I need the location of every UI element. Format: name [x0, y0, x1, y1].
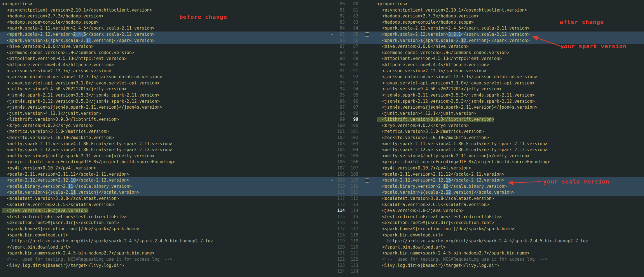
right-pane-line[interactable]: <json4s.spark-2.12.version>3.5.3</json4s… [372, 99, 644, 105]
right-pane-line[interactable] [372, 269, 644, 275]
left-pane-line[interactable]: <scala.version>${scala-2.11.version}</sc… [0, 189, 328, 196]
right-pane-line[interactable]: <spark.bin.name>spark-2.4.5-bin-hadoop2.… [372, 250, 644, 256]
right-pane-line[interactable]: <httpcore.version>4.4.4</httpcore.versio… [372, 62, 644, 68]
left-pane-line[interactable]: <jetty.version>9.4.50.v20221201</jetty.v… [0, 86, 328, 92]
left-pane-line[interactable]: <mockito.version>1.10.19</mockito.versio… [0, 135, 328, 141]
code-text: <!-- used for testing, NCSARequestLog us… [377, 257, 547, 262]
right-pane-line[interactable]: <scalatra.version>2.6.5</scalatra.versio… [372, 202, 644, 208]
right-pane-line[interactable]: <jetty.version>9.4.50.v20221201</jetty.v… [372, 86, 644, 92]
right-pane-line[interactable]: <py4j.version>0.10.7</py4j.version> [372, 165, 644, 171]
left-pane-line[interactable]: <execution.root>${user.dir}</execution.r… [0, 220, 328, 226]
left-pane-line[interactable]: <json4s.spark-2.11.version>3.5.3</json4s… [0, 92, 328, 99]
right-pane-line[interactable]: <scala.version>${scala-2.12.version}</sc… [372, 189, 644, 196]
hunk-chevron-icon[interactable]: » [328, 32, 335, 38]
left-pane-line[interactable]: <py4j.version>0.10.7</py4j.version> [0, 165, 328, 171]
left-pane-line[interactable]: <kryo.version>4.0.2</kryo.version> [0, 123, 328, 129]
left-pane-line[interactable]: <netty.spark-2.12.version>4.1.86.Final</… [0, 147, 328, 153]
left-pane-line[interactable]: <jackson.version>2.12.7</jackson.version… [0, 68, 328, 74]
right-pane-line[interactable]: <httpclient.version>4.5.13</httpclient.v… [372, 56, 644, 62]
left-pane-line[interactable] [0, 269, 328, 275]
right-pane-line[interactable]: <scalatest.version>3.0.8</scalatest.vers… [372, 196, 644, 202]
left-pane-line[interactable]: <spark.bin.name>spark-2.4.5-bin-hadoop2.… [0, 250, 328, 256]
left-pane-line[interactable]: <libthrift.version>0.9.3</libthrift.vers… [0, 117, 328, 123]
apply-change-checkbox[interactable]: ✓ [365, 178, 369, 183]
right-pane-line[interactable]: <asynchttpclient.version>2.10.1</asyncht… [372, 7, 644, 14]
left-pane-line[interactable]: <properties> [0, 1, 328, 7]
left-pane-line[interactable]: <hadoop.version>2.7.3</hadoop.version> [0, 13, 328, 19]
left-pane-line[interactable]: <json4s.version>${json4s.spark-2.11.vers… [0, 104, 328, 111]
left-pane-line[interactable]: <scala-2.11.version>2.11.12</scala-2.11.… [0, 171, 328, 178]
right-pane-line[interactable]: <livy.log.dir>${basedir}/target</livy.lo… [372, 263, 644, 269]
code-text: <scalatra.version>2.6.5</scalatra.versio… [2, 202, 114, 207]
right-pane-line[interactable]: <!-- used for testing, NCSARequestLog us… [372, 256, 644, 263]
left-pane-line[interactable]: <spark.scala-2.11.version>2.4.5</spark.s… [0, 25, 328, 32]
right-pane-line[interactable]: <spark.home>${execution.root}/dev/spark<… [372, 226, 644, 232]
diff-gutter: »8585✓ [328, 32, 372, 38]
right-pane-line[interactable]: <mockito.version>1.10.19</mockito.versio… [372, 135, 644, 141]
right-pane-line[interactable]: <scala-2.11.version>2.11.12</scala-2.11.… [372, 171, 644, 178]
hunk-chevron-icon [328, 38, 335, 44]
left-pane-line[interactable]: <scalatest.version>3.0.8</scalatest.vers… [0, 196, 328, 202]
apply-change-checkbox[interactable]: ✓ [365, 32, 369, 37]
left-line-number: 114 [335, 208, 345, 214]
right-pane-line[interactable]: <junit.version>4.13.1</junit.version> [372, 111, 644, 117]
right-pane-line[interactable]: <netty.spark-2.12.version>4.1.86.Final</… [372, 147, 644, 153]
left-pane-line[interactable]: <hive.version>3.0.0</hive.version> [0, 44, 328, 50]
right-pane-line[interactable]: <libthrift.version>0.9.3</libthrift.vers… [372, 117, 644, 123]
right-line-number: 85 [345, 32, 362, 38]
left-pane-line[interactable]: <json4s.spark-2.12.version>3.5.3</json4s… [0, 99, 328, 105]
left-pane-line[interactable]: <java.version>1.8</java.version> [0, 208, 328, 214]
diff-gutter: 9191 [328, 68, 372, 74]
right-pane-line[interactable]: </spark.bin.download.url> [372, 244, 644, 251]
right-pane-line[interactable]: <project.build.sourceEncoding>UTF-8</pro… [372, 159, 644, 165]
left-pane-line[interactable]: <livy.log.dir>${basedir}/target</livy.lo… [0, 263, 328, 269]
left-pane-line[interactable]: <!-- used for testing, NCSARequestLog us… [0, 256, 328, 263]
right-pane-line[interactable]: <spark.scala-2.12.version>3.2.1</spark.s… [372, 32, 644, 38]
right-pane-line[interactable]: <execution.root>${user.dir}</execution.r… [372, 220, 644, 226]
hunk-chevron-icon [328, 80, 335, 86]
right-pane-line[interactable]: <javax.servlet-api.version>3.1.0</javax.… [372, 80, 644, 86]
left-pane-line[interactable]: <httpcore.version>4.4.4</httpcore.versio… [0, 62, 328, 68]
left-pane-line[interactable]: <spark.scala-2.12.version>2.4.5</spark.s… [0, 32, 328, 38]
left-pane-line[interactable]: <junit.version>4.13.1</junit.version> [0, 111, 328, 117]
right-pane-line[interactable]: <spark.scala-2.11.version>2.4.5</spark.s… [372, 25, 644, 32]
right-pane-line[interactable]: <netty.version>${netty.spark-2.11.versio… [372, 153, 644, 159]
left-pane-line[interactable]: <jackson-databind.version>2.12.7.1</jack… [0, 74, 328, 80]
left-pane-line[interactable]: <netty.version>${netty.spark-2.11.versio… [0, 153, 328, 159]
left-pane-line[interactable]: <scala.binary.version>2.11</scala.binary… [0, 184, 328, 190]
left-pane-line[interactable]: <scalatra.version>2.6.5</scalatra.versio… [0, 202, 328, 208]
right-pane-line[interactable]: <test.redirectToFile>true</test.redirect… [372, 214, 644, 220]
left-pane-line[interactable]: <hadoop.scope>compile</hadoop.scope> [0, 19, 328, 26]
left-pane-line[interactable]: <netty.spark-2.11.version>4.1.86.Final</… [0, 141, 328, 147]
right-pane-line[interactable]: <jackson.version>2.12.7</jackson.version… [372, 68, 644, 74]
left-pane-line[interactable]: <spark.version>${spark.scala-2.11.versio… [0, 38, 328, 44]
left-pane-line[interactable]: <spark.bin.download.url> [0, 232, 328, 238]
left-pane-line[interactable]: https://archive.apache.org/dist/spark/sp… [0, 238, 328, 244]
left-pane-line[interactable]: <scala-2.12.version>2.12.10</scala-2.12.… [0, 177, 328, 184]
left-pane-line[interactable]: <spark.home>${execution.root}/dev/spark<… [0, 226, 328, 232]
right-pane-line[interactable]: <java.version>1.8</java.version> [372, 208, 644, 214]
left-pane-line[interactable]: <commons-codec.version>1.9</commons-code… [0, 50, 328, 56]
right-pane-line[interactable]: <commons-codec.version>1.9</commons-code… [372, 50, 644, 56]
left-pane-line[interactable]: <httpclient.version>4.5.13</httpclient.v… [0, 56, 328, 62]
right-pane-line[interactable]: <properties> [372, 1, 644, 7]
hunk-chevron-icon[interactable]: » [328, 177, 335, 184]
checkbox-cell [362, 1, 372, 7]
left-pane-line[interactable]: <metrics.version>3.1.0</metrics.version> [0, 129, 328, 135]
right-pane-line[interactable]: <kryo.version>4.0.2</kryo.version> [372, 123, 644, 129]
right-pane-line[interactable]: <netty.spark-2.11.version>4.1.86.Final</… [372, 141, 644, 147]
left-pane-line[interactable]: </spark.bin.download.url> [0, 244, 328, 251]
checkbox-cell [362, 104, 372, 111]
diff-row-101: <metrics.version>3.1.0</metrics.version>… [0, 129, 644, 135]
right-pane-line[interactable]: https://archive.apache.org/dist/spark/sp… [372, 238, 644, 244]
right-pane-line[interactable]: <jackson-databind.version>2.12.7.1</jack… [372, 74, 644, 80]
left-pane-line[interactable]: <project.build.sourceEncoding>UTF-8</pro… [0, 159, 328, 165]
right-pane-line[interactable]: <json4s.spark-2.11.version>3.5.3</json4s… [372, 92, 644, 99]
left-pane-line[interactable]: <test.redirectToFile>true</test.redirect… [0, 214, 328, 220]
right-pane-line[interactable]: <metrics.version>3.1.0</metrics.version> [372, 129, 644, 135]
hunk-chevron-icon [328, 135, 335, 141]
left-pane-line[interactable]: <asynchttpclient.version>2.10.1</asyncht… [0, 7, 328, 14]
left-pane-line[interactable]: <javax.servlet-api.version>3.1.0</javax.… [0, 80, 328, 86]
right-pane-line[interactable]: <spark.bin.download.url> [372, 232, 644, 238]
right-pane-line[interactable]: <json4s.version>${json4s.spark-2.11.vers… [372, 104, 644, 111]
